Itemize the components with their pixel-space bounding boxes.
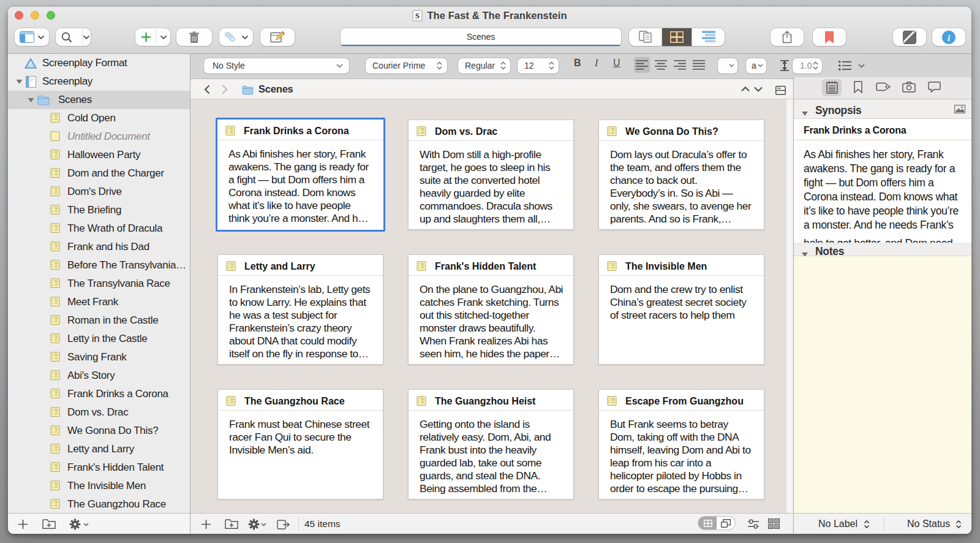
svg-text:S: S: [415, 11, 420, 20]
